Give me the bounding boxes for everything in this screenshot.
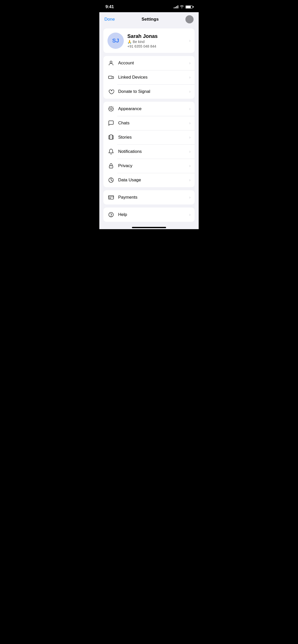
chats-icon	[107, 120, 115, 127]
section-3: Payments ›	[103, 190, 195, 204]
help-chevron: ›	[189, 212, 191, 217]
linked-devices-label: Linked Devices	[118, 75, 186, 80]
profile-info: Sarah Jonas 🙏 Be kind +91 6355 048 844	[127, 33, 186, 48]
privacy-chevron: ›	[189, 164, 191, 168]
stories-chevron: ›	[189, 135, 191, 140]
notifications-icon	[107, 148, 115, 155]
wifi-icon	[180, 5, 184, 9]
svg-point-12	[111, 216, 111, 216]
stories-icon	[107, 134, 115, 141]
account-chevron: ›	[189, 61, 191, 65]
stories-label: Stories	[118, 135, 186, 140]
privacy-icon	[107, 162, 115, 169]
account-icon	[107, 60, 115, 67]
data-usage-icon	[107, 177, 115, 184]
menu-item-privacy[interactable]: Privacy ›	[103, 159, 195, 173]
menu-item-appearance[interactable]: Appearance ›	[103, 102, 195, 116]
menu-item-payments[interactable]: Payments ›	[103, 190, 195, 204]
profile-phone: +91 6355 048 844	[127, 44, 186, 48]
help-icon	[107, 211, 115, 218]
chats-label: Chats	[118, 121, 186, 126]
menu-item-stories[interactable]: Stories ›	[103, 130, 195, 144]
menu-item-chats[interactable]: Chats ›	[103, 116, 195, 130]
menu-item-notifications[interactable]: Notifications ›	[103, 144, 195, 159]
avatar: SJ	[107, 33, 124, 49]
chats-chevron: ›	[189, 121, 191, 125]
content-area: SJ Sarah Jonas 🙏 Be kind +91 6355 048 84…	[99, 25, 199, 225]
menu-item-linked-devices[interactable]: Linked Devices ›	[103, 70, 195, 84]
profile-status: 🙏 Be kind	[127, 40, 186, 44]
profile-name: Sarah Jonas	[127, 33, 186, 39]
nav-bar: Done Settings	[99, 12, 199, 25]
data-usage-chevron: ›	[189, 178, 191, 182]
appearance-chevron: ›	[189, 107, 191, 111]
svg-rect-6	[112, 136, 113, 139]
status-icons	[174, 5, 193, 9]
menu-item-account[interactable]: Account ›	[103, 56, 195, 70]
menu-item-donate[interactable]: Donate to Signal ›	[103, 84, 195, 99]
svg-point-0	[110, 61, 112, 63]
account-label: Account	[118, 61, 186, 66]
help-label: Help	[118, 212, 186, 217]
menu-item-help[interactable]: Help ›	[103, 208, 195, 222]
svg-rect-5	[109, 136, 110, 139]
payments-icon	[107, 194, 115, 201]
linked-devices-chevron: ›	[189, 75, 191, 80]
section-2: Appearance › Chats ›	[103, 102, 195, 187]
appearance-label: Appearance	[118, 106, 186, 111]
appearance-icon	[107, 105, 115, 112]
notifications-label: Notifications	[118, 149, 186, 154]
privacy-label: Privacy	[118, 163, 186, 168]
svg-rect-1	[109, 76, 112, 79]
payments-chevron: ›	[189, 195, 191, 200]
svg-point-8	[111, 167, 111, 167]
donate-icon	[107, 88, 115, 95]
section-1: Account › Linked Devices ›	[103, 56, 195, 99]
status-time: 9:41	[105, 4, 114, 9]
payments-label: Payments	[118, 195, 186, 200]
signal-icon	[174, 5, 178, 8]
donate-label: Donate to Signal	[118, 89, 186, 94]
status-bar: 9:41	[99, 0, 199, 12]
page-title: Settings	[142, 17, 159, 22]
home-indicator	[99, 225, 199, 229]
done-button[interactable]: Done	[104, 17, 115, 22]
section-4: Help ›	[103, 208, 195, 222]
battery-icon	[185, 5, 193, 9]
svg-point-2	[110, 108, 112, 110]
home-indicator-bar	[132, 227, 166, 228]
profile-chevron: ›	[189, 38, 191, 43]
svg-rect-4	[110, 135, 112, 139]
profile-card[interactable]: SJ Sarah Jonas 🙏 Be kind +91 6355 048 84…	[103, 28, 195, 53]
donate-chevron: ›	[189, 89, 191, 94]
avatar-initials: SJ	[112, 37, 119, 44]
notifications-chevron: ›	[189, 149, 191, 154]
linked-devices-icon	[107, 74, 115, 81]
data-usage-label: Data Usage	[118, 178, 186, 183]
menu-item-data-usage[interactable]: Data Usage ›	[103, 173, 195, 187]
phone-container: 9:41 Done Settings	[99, 0, 199, 229]
svg-rect-10	[109, 196, 114, 199]
nav-avatar[interactable]	[185, 15, 194, 23]
